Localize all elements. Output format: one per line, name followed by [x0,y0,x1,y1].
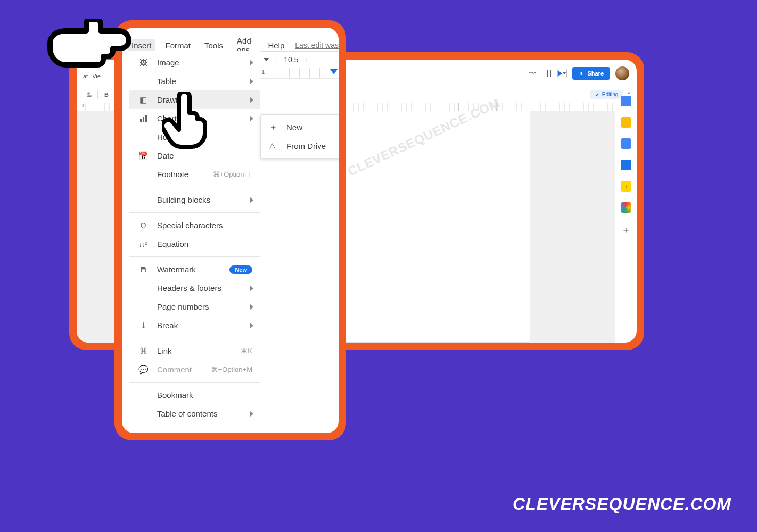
insert-building-blocks[interactable]: Building blocks [129,190,260,209]
comment-icon: 💬 [138,365,149,375]
insert-toc[interactable]: Table of contents [129,404,260,423]
menu-help[interactable]: Help [265,39,287,52]
insert-image[interactable]: 🖼 Image [129,53,260,72]
drawing-from-drive-label: From Drive [286,142,326,151]
image-icon: 🖼 [138,58,149,67]
submenu-arrow-icon [250,411,253,417]
pointing-hand-icon [45,19,135,88]
insert-break-label: Break [157,321,178,330]
front-inner: Insert Format Tools Add-ons Help Last ed… [122,28,339,433]
avatar[interactable] [615,66,629,80]
font-size-value[interactable]: 10.5 [284,55,298,64]
insert-headers-footers[interactable]: Headers & footers [129,279,260,297]
insert-break[interactable]: ⤓ Break [129,316,260,335]
menu-separator [129,256,260,257]
keep-icon[interactable] [621,117,631,128]
editing-label: Editing [602,92,619,97]
insert-bookmark[interactable]: Bookmark [129,386,260,404]
font-size-strip: − 10.5 + [259,51,339,68]
insert-link-label: Link [157,346,172,355]
submenu-arrow-icon [250,79,253,84]
insert-toc-label: Table of contents [157,409,217,418]
submenu-arrow-icon [250,97,253,103]
insert-watermark[interactable]: 🗎 Watermark New [129,260,260,279]
cursor-hand-icon [162,92,210,150]
insert-special-characters-label: Special characters [157,221,223,230]
drawing-new-label: New [286,123,302,132]
insert-bookmark-label: Bookmark [157,390,193,400]
break-icon: ⤓ [138,321,149,330]
submenu-arrow-icon [250,197,253,203]
contacts-icon[interactable] [621,160,631,170]
footnote-shortcut: ⌘+Option+F [213,170,252,178]
activity-icon[interactable]: 〜 [528,69,537,78]
menu-separator [129,187,260,187]
date-icon: 📅 [138,151,149,161]
share-button[interactable]: Share [572,67,610,80]
svg-rect-1 [143,117,144,122]
tasks-icon[interactable] [621,138,631,149]
bold-icon[interactable]: B [101,89,112,101]
insert-link[interactable]: ⌘ Link ⌘K [129,342,260,360]
share-label: Share [587,70,604,77]
font-dropdown-icon[interactable] [264,58,269,61]
print-icon[interactable]: 🖶 [83,89,95,101]
maps-icon[interactable]: ↓ [621,181,631,192]
svg-rect-0 [140,119,142,122]
insert-page-numbers[interactable]: Page numbers [129,297,260,316]
front-insert-card: Insert Format Tools Add-ons Help Last ed… [114,20,346,440]
insert-headers-footers-label: Headers & footers [157,284,221,293]
submenu-arrow-icon [250,116,253,121]
credit-text: CLEVERSEQUENCE.COM [513,494,731,514]
comment-shortcut: ⌘+Option+M [211,365,252,373]
omega-icon: Ω [138,221,149,230]
last-edit-link[interactable]: Last edit was [295,41,339,49]
new-badge: New [229,265,252,274]
hline-icon: — [138,132,149,142]
ruler-number: 1 [261,69,265,75]
submenu-arrow-icon [250,286,253,291]
submenu-arrow-icon [250,60,253,65]
menu-format[interactable]: Format [162,39,194,52]
link-shortcut: ⌘K [241,347,252,355]
ruler-marker-icon[interactable] [330,69,338,74]
svg-rect-2 [145,115,147,122]
insert-equation-label: Equation [157,239,188,248]
drawing-icon: ◧ [138,95,149,105]
menu-separator [129,382,260,383]
insert-footnote[interactable]: Footnote ⌘+Option+F [129,165,260,184]
insert-table-label: Table [157,77,176,86]
insert-comment-label: Comment [157,365,192,374]
drive-icon: △ [269,141,279,151]
insert-date-label: Date [157,151,174,160]
menu-separator [129,338,260,338]
insert-table[interactable]: Table [129,72,260,90]
chart-icon [138,114,149,123]
insert-comment: 💬 Comment ⌘+Option+M [129,360,260,379]
ruler-number: 3 [81,103,118,108]
plus-icon: ＋ [269,122,279,132]
drawing-from-drive[interactable]: △ From Drive [261,137,339,155]
present-button[interactable] [557,69,567,78]
link-icon: ⌘ [138,346,149,356]
pi-icon: π² [138,239,149,248]
menu-tools[interactable]: Tools [201,39,226,52]
menu-separator [129,212,260,213]
insert-equation[interactable]: π² Equation [129,235,260,253]
insert-building-blocks-label: Building blocks [157,195,210,204]
font-increase-button[interactable]: + [303,55,308,64]
meet-icon[interactable] [542,69,552,78]
drawing-new[interactable]: ＋ New [261,118,339,137]
insert-special-characters[interactable]: Ω Special characters [129,216,260,235]
insert-image-label: Image [157,58,179,67]
addons-icon[interactable] [621,202,631,213]
insert-footnote-label: Footnote [157,170,188,179]
insert-watermark-label: Watermark [157,265,196,274]
submenu-arrow-icon [250,304,253,310]
add-app-icon[interactable]: ＋ [621,223,631,236]
watermark-icon: 🗎 [138,265,149,274]
drawing-submenu: ＋ New △ From Drive [260,114,339,159]
calendar-icon[interactable] [621,96,631,106]
font-decrease-button[interactable]: − [274,55,278,64]
ruler-fragment[interactable]: 1 [259,68,339,79]
